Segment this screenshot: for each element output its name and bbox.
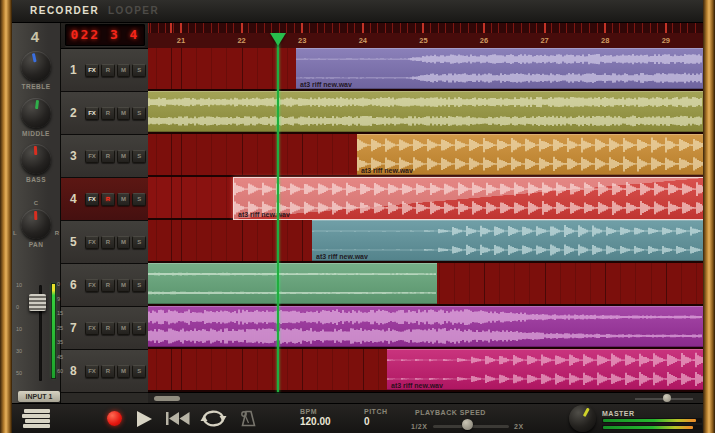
input-level-fill <box>52 284 55 378</box>
track-3-r-button[interactable]: R <box>101 150 115 163</box>
track-8-clip[interactable]: at3 riff new.wav <box>387 349 703 390</box>
bass-knob[interactable]: BASS <box>12 144 60 183</box>
channel-number: 4 <box>12 28 58 45</box>
track-6-r-button[interactable]: R <box>101 279 115 292</box>
metronome-icon[interactable] <box>239 410 258 427</box>
master-meter-left-fill <box>603 419 696 422</box>
middle-knob[interactable]: MIDDLE <box>12 98 60 137</box>
track-6-lane[interactable] <box>148 263 703 306</box>
fader-scale-tick: 30 <box>16 348 22 354</box>
track-7-lane[interactable] <box>148 306 703 349</box>
track-5-header[interactable]: 5FXRMS <box>60 221 148 264</box>
track-8-lane[interactable]: at3 riff new.wav <box>148 349 703 392</box>
track-8-s-button[interactable]: S <box>132 365 146 378</box>
track-3-header[interactable]: 3FXRMS <box>60 135 148 178</box>
track-3-s-button[interactable]: S <box>132 150 146 163</box>
bar-counter-zone: 022 3 4 <box>60 22 148 49</box>
volume-fader-handle[interactable] <box>29 294 46 311</box>
zoom-slider-thumb[interactable] <box>663 394 671 402</box>
track-4-s-button[interactable]: S <box>132 193 146 206</box>
play-button[interactable] <box>136 411 153 427</box>
clip-filename-label: at3 riff new.wav <box>316 253 368 260</box>
track-2-number: 2 <box>68 106 79 120</box>
track-3-lane[interactable]: at3 riff new.wav <box>148 134 703 177</box>
master-volume-knob[interactable] <box>569 405 596 432</box>
record-button[interactable] <box>107 411 122 426</box>
track-4-header[interactable]: 4FXRMS <box>60 178 148 221</box>
loop-button[interactable] <box>200 409 227 428</box>
waveform <box>148 263 437 304</box>
rewind-to-start-button[interactable] <box>166 412 190 425</box>
ruler-numbers[interactable]: 212223242526272829 <box>148 33 703 49</box>
track-1-r-button[interactable]: R <box>101 64 115 77</box>
track-6-clip[interactable] <box>148 263 437 304</box>
track-6-m-button[interactable]: M <box>117 279 131 292</box>
track-5-r-button[interactable]: R <box>101 236 115 249</box>
track-2-header[interactable]: 2FXRMS <box>60 92 148 135</box>
track-4-m-button[interactable]: M <box>117 193 131 206</box>
track-1-clip[interactable]: at3 riff new.wav <box>296 48 703 89</box>
track-2-clip[interactable] <box>148 91 703 132</box>
track-2-m-button[interactable]: M <box>117 107 131 120</box>
track-headers: 1FXRMS2FXRMS3FXRMS4FXRMS5FXRMS6FXRMS7FXR… <box>60 49 148 393</box>
treble-knob[interactable]: TREBLE <box>12 51 60 90</box>
track-1-s-button[interactable]: S <box>132 64 146 77</box>
track-4-lane[interactable]: at3 riff new.wav <box>148 177 703 220</box>
track-1-lane[interactable]: at3 riff new.wav <box>148 48 703 91</box>
track-5-clip[interactable]: at3 riff new.wav <box>312 220 703 261</box>
pitch-label: PITCH <box>364 408 388 415</box>
track-7-r-button[interactable]: R <box>101 322 115 335</box>
treble-knob-cap[interactable] <box>21 51 51 81</box>
ruler-bar-24: 24 <box>359 36 367 45</box>
transport-bar: BPM 120.00 PITCH 0 PLAYBACK SPEED 1/2X 2… <box>12 403 703 433</box>
track-2-r-button[interactable]: R <box>101 107 115 120</box>
track-3-clip[interactable]: at3 riff new.wav <box>357 134 703 175</box>
track-5-fx-button[interactable]: FX <box>85 236 99 249</box>
track-5-lane[interactable]: at3 riff new.wav <box>148 220 703 263</box>
track-8-header[interactable]: 8FXRMS <box>60 350 148 393</box>
fader-scale-tick: 50 <box>16 370 22 376</box>
track-7-fx-button[interactable]: FX <box>85 322 99 335</box>
track-7-header[interactable]: 7FXRMS <box>60 307 148 350</box>
track-lanes: at3 riff new.wavat3 riff new.wavat3 riff… <box>148 48 703 392</box>
pitch-value[interactable]: 0 <box>364 416 388 427</box>
middle-knob-cap[interactable] <box>21 98 51 128</box>
tab-looper[interactable]: LOOPER <box>108 5 159 16</box>
track-7-m-button[interactable]: M <box>117 322 131 335</box>
bpm-value[interactable]: 120.00 <box>300 416 331 427</box>
playhead-handle[interactable] <box>270 33 286 46</box>
track-2-fx-button[interactable]: FX <box>85 107 99 120</box>
horizontal-scrollbar-thumb[interactable] <box>154 396 180 401</box>
track-2-s-button[interactable]: S <box>132 107 146 120</box>
track-3-m-button[interactable]: M <box>117 150 131 163</box>
bass-knob-cap[interactable] <box>21 144 51 174</box>
track-4-clip[interactable]: at3 riff new.wav <box>233 177 703 220</box>
track-8-r-button[interactable]: R <box>101 365 115 378</box>
track-5-s-button[interactable]: S <box>132 236 146 249</box>
track-6-fx-button[interactable]: FX <box>85 279 99 292</box>
tab-recorder[interactable]: RECORDER <box>30 5 99 16</box>
track-1-m-button[interactable]: M <box>117 64 131 77</box>
track-3-fx-button[interactable]: FX <box>85 150 99 163</box>
waveform <box>234 178 703 219</box>
track-1-header[interactable]: 1FXRMS <box>60 49 148 92</box>
menu-icon[interactable] <box>22 409 56 429</box>
track-6-header[interactable]: 6FXRMS <box>60 264 148 307</box>
track-4-fx-button[interactable]: FX <box>85 193 99 206</box>
track-7-s-button[interactable]: S <box>132 322 146 335</box>
tab-bar: RECORDER LOOPER <box>12 0 703 23</box>
waveform <box>148 91 703 132</box>
pan-knob-cap[interactable] <box>21 209 51 239</box>
speed-slider-thumb[interactable] <box>462 419 473 430</box>
track-2-lane[interactable] <box>148 91 703 134</box>
track-4-r-button[interactable]: R <box>101 193 115 206</box>
track-8-fx-button[interactable]: FX <box>85 365 99 378</box>
pan-knob[interactable]: CLRPAN <box>12 209 60 248</box>
track-6-s-button[interactable]: S <box>132 279 146 292</box>
fader-scale-tick: 0 <box>16 304 19 310</box>
right-wood-trim <box>703 0 715 433</box>
track-8-m-button[interactable]: M <box>117 365 131 378</box>
track-7-clip[interactable] <box>148 306 703 347</box>
track-1-fx-button[interactable]: FX <box>85 64 99 77</box>
track-5-m-button[interactable]: M <box>117 236 131 249</box>
